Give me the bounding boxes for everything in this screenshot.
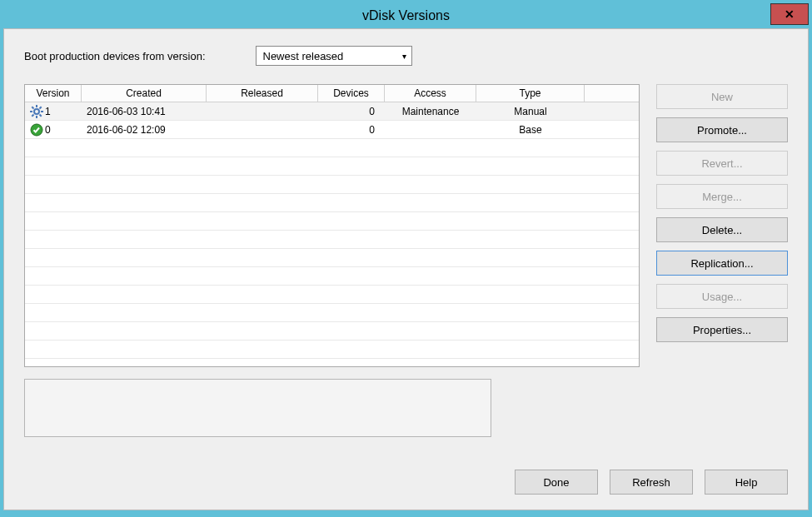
table-row-empty <box>25 212 639 231</box>
replication-button[interactable]: Replication... <box>656 251 788 276</box>
done-button[interactable]: Done <box>515 470 598 495</box>
table-row-empty <box>25 267 639 286</box>
col-released[interactable]: Released <box>207 85 318 102</box>
cell-created: 2016-06-02 12:09 <box>82 121 207 138</box>
new-button: New <box>656 84 788 109</box>
cell-created: 2016-06-03 10:41 <box>82 102 207 120</box>
grid-header: Version Created Released Devices Access … <box>25 85 639 102</box>
bottom-button-row: Done Refresh Help <box>515 470 788 495</box>
title-bar: vDisk Versions ✕ <box>3 3 809 28</box>
merge-button: Merge... <box>656 184 788 209</box>
close-button[interactable]: ✕ <box>770 3 809 25</box>
cell-version: 0 <box>25 121 82 138</box>
cell-type: Manual <box>476 102 585 120</box>
cell-filler <box>585 121 639 138</box>
table-row-empty <box>25 139 639 157</box>
delete-button[interactable]: Delete... <box>656 217 788 242</box>
col-devices[interactable]: Devices <box>318 85 385 102</box>
col-type[interactable]: Type <box>476 85 585 102</box>
version-number: 0 <box>45 124 51 136</box>
table-row-empty <box>25 157 639 176</box>
window-title: vDisk Versions <box>362 8 450 23</box>
svg-line-5 <box>32 107 33 108</box>
grid-wrap: Version Created Released Devices Access … <box>24 84 640 437</box>
cell-released <box>207 102 318 120</box>
svg-line-8 <box>40 107 42 108</box>
table-row-empty <box>25 322 639 341</box>
check-icon <box>30 123 43 137</box>
cell-type: Base <box>476 121 585 138</box>
table-row[interactable]: 0 2016-06-02 12:09 0 Base <box>25 121 639 139</box>
cell-version: 1 <box>25 102 82 120</box>
table-row-empty <box>25 176 639 194</box>
table-row-empty <box>25 304 639 322</box>
promote-button[interactable]: Promote... <box>656 117 788 142</box>
close-icon: ✕ <box>785 7 795 21</box>
table-row[interactable]: 1 2016-06-03 10:41 0 Maintenance Manual <box>25 102 639 121</box>
gear-icon <box>30 105 43 118</box>
col-created[interactable]: Created <box>82 85 207 102</box>
cell-filler <box>585 102 639 120</box>
properties-button[interactable]: Properties... <box>656 317 788 342</box>
cell-devices: 0 <box>318 102 385 120</box>
cell-access: Maintenance <box>385 102 476 120</box>
version-number: 1 <box>45 106 51 117</box>
boot-version-row: Boot production devices from version: Ne… <box>24 46 788 66</box>
client-area: Boot production devices from version: Ne… <box>3 28 809 510</box>
svg-line-7 <box>32 114 33 116</box>
svg-line-6 <box>40 114 42 116</box>
chevron-down-icon: ▾ <box>402 52 406 61</box>
side-button-column: New Promote... Revert... Merge... Delete… <box>656 84 788 437</box>
table-row-empty <box>25 286 639 304</box>
col-version[interactable]: Version <box>25 85 82 102</box>
boot-version-label: Boot production devices from version: <box>24 50 206 62</box>
table-row-empty <box>25 194 639 212</box>
refresh-button[interactable]: Refresh <box>610 470 693 495</box>
cell-devices: 0 <box>318 121 385 138</box>
status-box <box>24 379 491 437</box>
boot-version-dropdown[interactable]: Newest released ▾ <box>256 46 412 66</box>
help-button[interactable]: Help <box>705 470 788 495</box>
revert-button: Revert... <box>656 151 788 176</box>
window-frame: vDisk Versions ✕ Boot production devices… <box>0 0 812 517</box>
grid-body: 1 2016-06-03 10:41 0 Maintenance Manual <box>25 102 639 359</box>
dropdown-value: Newest released <box>263 50 344 62</box>
main-content-row: Version Created Released Devices Access … <box>24 84 788 437</box>
col-filler <box>585 85 639 102</box>
usage-button: Usage... <box>656 284 788 309</box>
versions-grid[interactable]: Version Created Released Devices Access … <box>24 84 640 367</box>
col-access[interactable]: Access <box>385 85 476 102</box>
table-row-empty <box>25 249 639 267</box>
table-row-empty <box>25 341 639 359</box>
table-row-empty <box>25 231 639 249</box>
cell-access <box>385 121 476 138</box>
cell-released <box>207 121 318 138</box>
svg-point-0 <box>34 109 39 114</box>
